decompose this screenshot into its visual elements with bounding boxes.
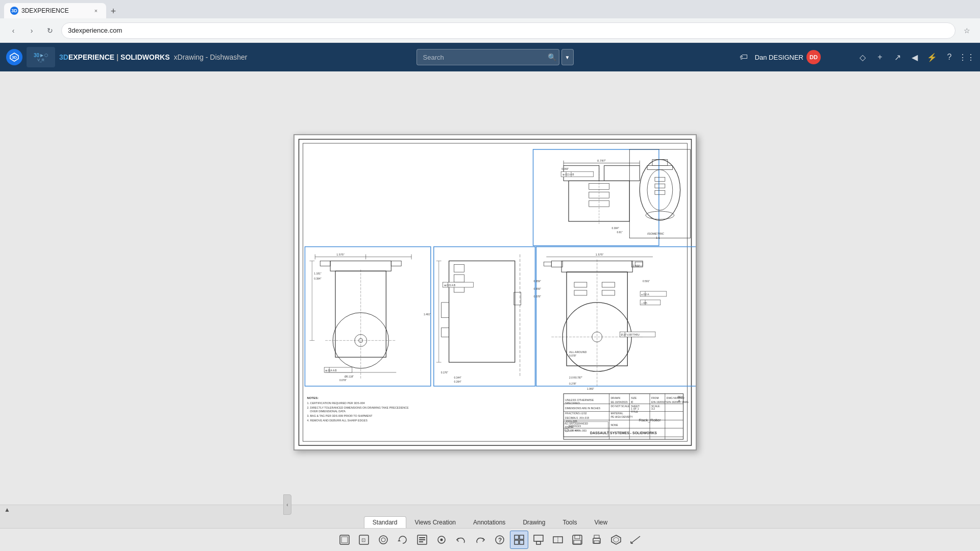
add-icon-btn[interactable]: + xyxy=(873,50,887,64)
properties-btn[interactable] xyxy=(413,531,431,549)
svg-marker-183 xyxy=(398,540,401,541)
title-separator: | xyxy=(116,53,118,61)
address-input[interactable] xyxy=(61,22,955,39)
svg-text:REV: REV xyxy=(678,395,683,398)
back-btn[interactable]: ‹ xyxy=(6,23,20,38)
svg-text:0.264": 0.264" xyxy=(454,380,461,383)
projected-view-btn[interactable] xyxy=(529,531,548,549)
toolbar-collapse-btn[interactable]: ▲ xyxy=(4,506,10,513)
tab-favicon: 3D xyxy=(10,7,18,15)
tab-bar: 3D 3DEXPERIENCE × + xyxy=(0,0,980,18)
update-btn[interactable] xyxy=(394,531,412,549)
svg-text:2.0 R0.787": 2.0 R0.787" xyxy=(569,376,582,379)
tab-close-btn[interactable]: × xyxy=(92,7,100,15)
svg-rect-202 xyxy=(574,540,581,544)
svg-text:1.181": 1.181" xyxy=(314,272,321,275)
svg-text:0.61": 0.61" xyxy=(617,231,623,233)
search-icon-btn[interactable]: 🔍 xyxy=(548,53,556,61)
svg-marker-206 xyxy=(611,535,621,544)
bookmark-btn[interactable]: ☆ xyxy=(960,23,974,38)
search-dropdown-btn[interactable]: ▼ xyxy=(561,49,574,65)
compass-widget[interactable]: 30 ▶ ⬡ V_R xyxy=(27,47,55,67)
model-items-btn[interactable] xyxy=(374,531,393,549)
svg-rect-194 xyxy=(514,540,519,544)
workflow-icon-btn[interactable]: ⚡ xyxy=(925,50,939,64)
svg-text:0.176": 0.176" xyxy=(441,371,448,373)
reload-btn[interactable]: ↻ xyxy=(43,23,57,38)
svg-text:SURFACES: SURFACES xyxy=(569,425,581,428)
brand-3d: 3D xyxy=(59,53,68,61)
drawing-sheet: UNLESS OTHERWISE SPECIFIED DRAWN EE-10/0… xyxy=(293,134,697,450)
svg-text:A: A xyxy=(678,399,680,402)
svg-text:PE HIGH DENSITY: PE HIGH DENSITY xyxy=(611,416,633,418)
svg-text:⊡: ⊡ xyxy=(361,537,365,543)
svg-text:0.078": 0.078" xyxy=(534,295,541,297)
undo-btn[interactable] xyxy=(452,531,470,549)
svg-text:0.278": 0.278" xyxy=(569,382,576,385)
svg-rect-204 xyxy=(594,535,599,538)
browser-frame: 3D 3DEXPERIENCE × + ‹ › ↻ ☆ 3D 30 ▶ ⬡ xyxy=(0,0,980,551)
tab-title: 3DEXPERIENCE xyxy=(21,7,69,14)
svg-text:1.575": 1.575" xyxy=(336,253,345,256)
tab-tools[interactable]: Tools xyxy=(554,516,585,528)
options-btn[interactable] xyxy=(432,531,451,549)
user-avatar[interactable]: DD xyxy=(806,50,821,64)
measure-btn[interactable] xyxy=(626,531,645,549)
svg-text:◇.005: ◇.005 xyxy=(641,302,647,304)
panel-collapse-handle[interactable]: ‹ xyxy=(283,494,291,515)
toolbar-tabs: Standard Views Creation Annotations Draw… xyxy=(364,514,616,528)
svg-text:?: ? xyxy=(498,537,502,544)
collaborate-icon-btn[interactable]: ◀ xyxy=(908,50,922,64)
svg-point-189 xyxy=(440,539,443,541)
tab-annotations[interactable]: Annotations xyxy=(464,516,514,528)
print-btn[interactable] xyxy=(587,531,606,549)
app-title: 3D EXPERIENCE | SOLIDWORKS xDrawing - Di… xyxy=(59,53,247,61)
dimension-btn[interactable]: ⊡ xyxy=(355,531,373,549)
svg-text:0.591": 0.591" xyxy=(643,280,650,283)
save-btn[interactable] xyxy=(568,531,586,549)
help-icon-btn[interactable]: ? xyxy=(942,50,957,64)
redo-btn[interactable] xyxy=(471,531,489,549)
svg-text:1. CERTIFICATION REQUIRED PER : 1. CERTIFICATION REQUIRED PER 3DS-004 xyxy=(307,401,364,404)
svg-rect-192 xyxy=(514,535,519,539)
forward-btn[interactable]: › xyxy=(24,23,39,38)
search-container: 🔍 ▼ xyxy=(416,49,559,65)
svg-text:Ø.10"±.005"THRU: Ø.10"±.005"THRU xyxy=(621,334,639,336)
tag-icon-btn[interactable]: 🏷 xyxy=(737,50,751,64)
svg-rect-186 xyxy=(419,539,425,540)
svg-rect-196 xyxy=(534,535,543,541)
more-icon-btn[interactable]: ⋮⋮ xyxy=(960,50,974,64)
app-header: 3D 30 ▶ ⬡ V_R 3D EXPERIENCE | SOLIDWORKS… xyxy=(0,43,980,71)
share-icon-btn[interactable]: ↗ xyxy=(890,50,904,64)
tab-standard[interactable]: Standard xyxy=(364,516,406,528)
drawing-area: ‹ xyxy=(0,71,980,505)
svg-rect-193 xyxy=(520,535,524,539)
svg-text:⊕.010 A: ⊕.010 A xyxy=(641,293,649,295)
svg-text:0.394": 0.394" xyxy=(612,227,619,229)
3d-view-btn[interactable] xyxy=(607,531,625,549)
select-tool-btn[interactable] xyxy=(335,531,354,549)
brand-solidworks: SOLIDWORKS xyxy=(120,53,169,61)
svg-text:MATERIAL: MATERIAL xyxy=(611,412,624,415)
compass-icon-btn[interactable]: ◇ xyxy=(855,50,870,64)
drawing-view-btn[interactable] xyxy=(510,531,528,549)
svg-text:0.069": 0.069" xyxy=(561,167,569,170)
svg-marker-207 xyxy=(614,537,619,542)
svg-rect-187 xyxy=(419,541,423,542)
search-input[interactable] xyxy=(416,49,559,65)
main-content: ‹ xyxy=(0,71,980,551)
tab-drawing[interactable]: Drawing xyxy=(514,516,554,528)
svg-text:0.472": 0.472" xyxy=(632,265,640,267)
svg-line-208 xyxy=(631,536,640,543)
tab-view[interactable]: View xyxy=(585,516,616,528)
app-logo[interactable]: 3D xyxy=(6,49,22,65)
help-btn[interactable]: ? xyxy=(491,531,509,549)
svg-rect-197 xyxy=(536,541,541,544)
svg-rect-178 xyxy=(341,537,348,543)
tab-views-creation[interactable]: Views Creation xyxy=(406,516,464,528)
new-tab-btn[interactable]: + xyxy=(106,4,120,18)
svg-text:⊕.015 A B: ⊕.015 A B xyxy=(444,284,456,287)
bottom-toolbar: ▲ Standard Views Creation Annotations Dr… xyxy=(0,505,980,551)
active-tab[interactable]: 3D 3DEXPERIENCE × xyxy=(4,3,106,18)
section-view-btn[interactable] xyxy=(549,531,567,549)
